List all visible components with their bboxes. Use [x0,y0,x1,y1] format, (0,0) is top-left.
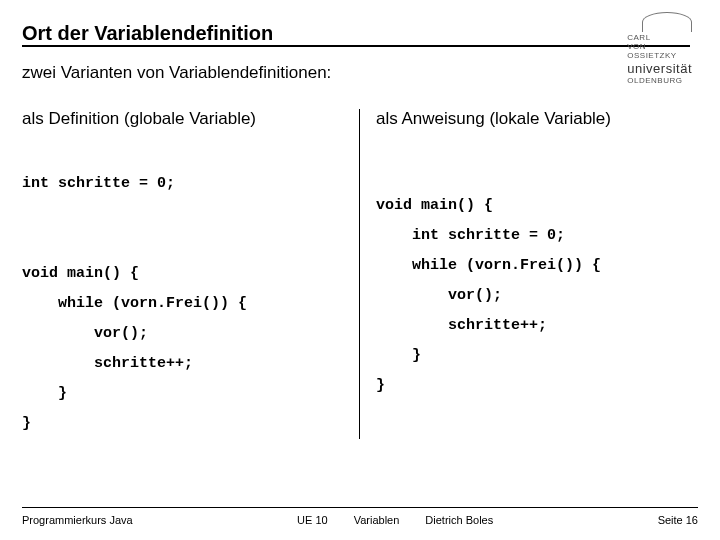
university-logo: CARL VON OSSIETZKY universität OLDENBURG [627,12,692,85]
column-local: als Anweisung (lokale Variable) void mai… [360,109,698,439]
heading-global: als Definition (globale Variable) [22,109,347,129]
footer: Programmierkurs Java UE 10 Variablen Die… [22,507,698,526]
logo-line3: OSSIETZKY [627,52,692,61]
columns: als Definition (globale Variable) int sc… [22,109,698,439]
footer-author: Dietrich Boles [425,514,493,526]
logo-arc [642,12,692,32]
column-global: als Definition (globale Variable) int sc… [22,109,360,439]
footer-topic: Variablen [354,514,400,526]
footer-unit: UE 10 [297,514,328,526]
footer-page: Seite 16 [658,514,698,526]
heading-local: als Anweisung (lokale Variable) [376,109,698,129]
intro-text: zwei Varianten von Variablendefinitionen… [22,63,698,83]
code-global: int schritte = 0; void main() { while (v… [22,169,347,439]
code-local: void main() { int schritte = 0; while (v… [376,191,698,401]
footer-course: Programmierkurs Java [22,514,133,526]
page-title: Ort der Variablendefinition [22,22,690,47]
logo-city: OLDENBURG [627,77,692,86]
logo-university: universität [627,62,692,76]
